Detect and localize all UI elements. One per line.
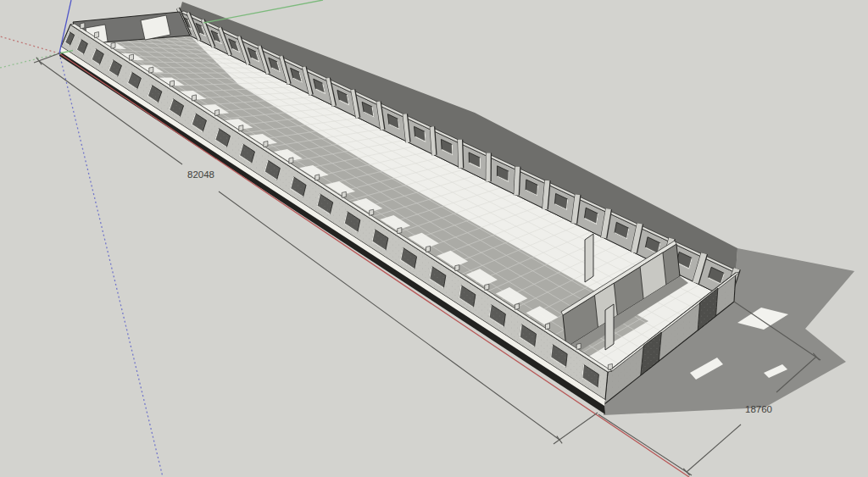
pilaster-tab <box>546 324 550 330</box>
pilaster-tab <box>370 209 374 215</box>
interior-column[interactable] <box>605 304 614 350</box>
pilaster-tab <box>342 191 346 197</box>
pilaster-tab <box>192 95 197 101</box>
pilaster-tab <box>315 175 320 180</box>
pilaster-tab <box>264 141 268 147</box>
app-window: 82048 18760 <box>0 0 868 477</box>
pilaster-tab <box>111 42 115 48</box>
pilaster-tab <box>398 228 402 234</box>
pilaster-tab <box>289 158 293 164</box>
width-dimension-label[interactable]: 18760 <box>745 404 772 414</box>
pilaster[interactable] <box>516 167 518 196</box>
pilaster-tab <box>515 303 519 309</box>
pilaster-tab <box>426 246 431 252</box>
pilaster-tab <box>170 80 175 86</box>
length-dimension-label[interactable]: 82048 <box>187 169 214 180</box>
pilaster-tab <box>455 265 459 271</box>
pilaster-tab <box>149 67 153 73</box>
pilaster[interactable] <box>432 126 434 155</box>
pilaster-tab <box>130 54 134 60</box>
pilaster-tab <box>608 363 612 369</box>
pilaster[interactable] <box>545 180 548 209</box>
interior-column[interactable] <box>585 234 593 282</box>
pilaster-tab <box>239 125 243 131</box>
pilaster-tab <box>485 284 489 290</box>
3d-viewport[interactable]: 82048 18760 <box>0 0 868 477</box>
pilaster-tab <box>81 23 85 29</box>
pilaster-tab <box>215 110 220 116</box>
pilaster[interactable] <box>459 140 460 169</box>
pilaster-tab <box>576 343 581 349</box>
pilaster-tab <box>95 32 99 38</box>
